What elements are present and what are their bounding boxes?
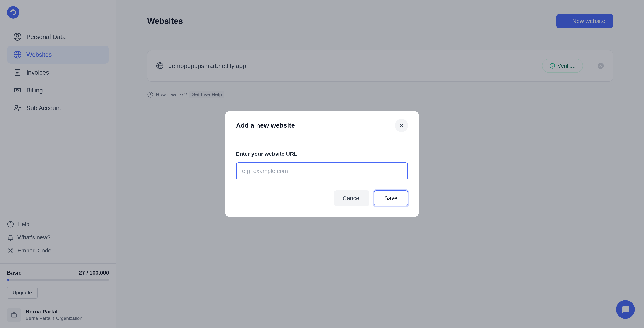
modal-title: Add a new website xyxy=(236,122,295,129)
close-icon xyxy=(399,123,404,128)
url-input-label: Enter your website URL xyxy=(236,151,408,157)
modal-footer: Cancel Save xyxy=(225,190,419,217)
website-url-input[interactable] xyxy=(236,162,408,180)
add-website-modal: Add a new website Enter your website URL… xyxy=(225,111,419,217)
cancel-button[interactable]: Cancel xyxy=(334,190,369,206)
modal-body: Enter your website URL xyxy=(225,140,419,190)
save-button[interactable]: Save xyxy=(374,190,408,206)
modal-overlay[interactable]: Add a new website Enter your website URL… xyxy=(0,0,644,328)
modal-header: Add a new website xyxy=(225,111,419,140)
close-modal-button[interactable] xyxy=(395,119,408,132)
